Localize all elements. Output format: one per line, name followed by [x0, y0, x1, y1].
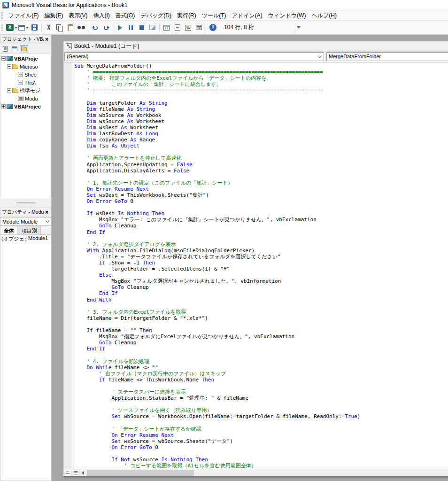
- undo-button[interactable]: [90, 22, 100, 33]
- toggle-folders-icon: [21, 47, 27, 51]
- copy-button[interactable]: [54, 22, 64, 33]
- help-button[interactable]: [208, 22, 218, 33]
- code-line: Set wbSource = Workbooks.Open(fileName:=…: [74, 413, 448, 419]
- tree-item-label: Shee: [24, 72, 37, 78]
- view-excel-button[interactable]: [6, 22, 17, 33]
- tab-categorized[interactable]: 項目別: [18, 226, 41, 234]
- tree-item-sheet1[interactable]: Shee: [0, 70, 51, 78]
- procedure-view-button[interactable]: [64, 470, 71, 476]
- reset-icon: [139, 25, 144, 30]
- code-line: If fileName <> ThisWorkbook.Name Then: [74, 377, 448, 383]
- design-mode-button[interactable]: [147, 22, 157, 33]
- tree-expander-icon[interactable]: [1, 104, 6, 109]
- code-line: On Error GoTo 0: [74, 444, 448, 450]
- property-value[interactable]: Module1: [27, 235, 51, 243]
- run-button[interactable]: [115, 22, 125, 33]
- properties-grid: (オブジェクModule1: [0, 235, 51, 481]
- horizontal-scrollbar[interactable]: [63, 469, 448, 476]
- tree-item-modules-folder[interactable]: 標準モジ: [0, 86, 51, 94]
- vba-app-icon: [2, 2, 9, 8]
- break-button[interactable]: [126, 22, 136, 33]
- tree-expander-icon[interactable]: [7, 88, 11, 93]
- paste-button[interactable]: [65, 22, 75, 33]
- tree-expander-icon[interactable]: [1, 56, 6, 61]
- project-explorer-icon: [163, 25, 170, 31]
- procedure-dropdown[interactable]: MergeDataFromFolder: [326, 52, 448, 61]
- paste-icon: [68, 24, 73, 31]
- code-editor[interactable]: Sub MergeDataFromFolder() ' ============…: [72, 62, 448, 469]
- procedure-view-icon: [66, 472, 70, 474]
- code-line: ' 「データ」シートが存在するか確認: [74, 426, 448, 432]
- object-dropdown-button[interactable]: [316, 53, 324, 61]
- code-window-titlebar[interactable]: Book1 - Module1 (コード): [63, 41, 448, 52]
- code-line: Application.StatusBar = "処理中: " & fileNa…: [74, 395, 448, 401]
- code-line: [74, 204, 448, 210]
- tab-alphabetic[interactable]: 全体: [0, 226, 18, 234]
- tree-item-vbaproject-1[interactable]: VBAProje: [0, 54, 51, 62]
- insert-userform-icon: [18, 25, 25, 31]
- left-dock: プロジェクト - VBA VBAProjeMicrosoSheeThis\標準モ…: [0, 35, 52, 481]
- title-bar: Microsoft Visual Basic for Applications …: [0, 0, 448, 10]
- menu-item-format[interactable]: 書式(O): [113, 10, 138, 20]
- tree-item-excel-objects-folder[interactable]: Microso: [0, 62, 51, 70]
- code-line: targetFolder = .SelectedItems(1) & "¥": [74, 266, 448, 272]
- scrollbar-thumb[interactable]: [87, 470, 194, 476]
- properties-object-selector[interactable]: Module Module: [0, 217, 51, 226]
- toolbar-overflow-button[interactable]: [295, 23, 301, 32]
- menu-item-window[interactable]: ウィンドウ(W): [265, 10, 309, 20]
- code-line: With Application.FileDialog(msoFileDialo…: [74, 248, 448, 254]
- insert-userform-button[interactable]: [18, 22, 29, 33]
- menu-item-file[interactable]: ファイル(F): [6, 10, 41, 20]
- code-line: ' 画面更新とアラートを停止して高速化: [74, 155, 448, 161]
- toolbox-button[interactable]: [194, 22, 204, 33]
- tree-item-label: This\: [24, 80, 36, 85]
- code-line: [74, 383, 448, 389]
- toggle-folders-button[interactable]: [20, 45, 28, 53]
- menu-item-addins[interactable]: アドイン(A): [229, 10, 265, 20]
- reset-button[interactable]: [137, 22, 147, 33]
- save-button[interactable]: [30, 22, 39, 33]
- object-dropdown[interactable]: (General): [64, 52, 324, 61]
- scroll-left-button[interactable]: [82, 471, 84, 475]
- find-button[interactable]: [76, 22, 86, 33]
- view-code-button[interactable]: [1, 45, 9, 53]
- folder-icon: [12, 65, 18, 69]
- code-line: GoTo Cleanup: [74, 284, 448, 290]
- project-explorer-button[interactable]: [162, 22, 171, 33]
- view-object-button[interactable]: [10, 45, 19, 53]
- menu-item-view[interactable]: 表示(V): [66, 10, 90, 20]
- menu-item-help[interactable]: ヘルプ(H): [309, 10, 340, 20]
- object-browser-button[interactable]: [183, 22, 193, 33]
- menu-item-tools[interactable]: ツール(T): [199, 10, 229, 20]
- code-line: ' コピーする範囲を取得（A1セルを含む使用範囲全体）: [74, 463, 448, 469]
- properties-panel: プロパティ - Modu Module Module 全体 項目別 (オブジェク…: [0, 208, 51, 481]
- tree-item-module1[interactable]: Modu: [0, 94, 51, 102]
- properties-window-button[interactable]: [172, 22, 182, 33]
- undo-icon: [93, 25, 98, 31]
- tree-item-vbaproject-2[interactable]: VBAProjec: [0, 102, 51, 110]
- redo-button[interactable]: [101, 22, 111, 33]
- code-line: [74, 303, 448, 309]
- tree-item-thisworkbook[interactable]: This\: [0, 78, 51, 86]
- full-module-view-button[interactable]: [72, 470, 79, 476]
- tree-item-label: VBAProjec: [14, 104, 41, 109]
- menu-item-edit[interactable]: 編集(E): [41, 10, 66, 20]
- cut-button[interactable]: [44, 22, 54, 33]
- properties-panel-close-button[interactable]: [44, 209, 49, 216]
- menu-item-debug[interactable]: デバッグ(D): [138, 10, 174, 20]
- menu-item-run[interactable]: 実行(R): [174, 10, 199, 20]
- property-row[interactable]: (オブジェクModule1: [0, 235, 51, 243]
- scrollbar-track[interactable]: [86, 469, 448, 476]
- tree-expander-icon[interactable]: [7, 64, 11, 69]
- toolbar-grip[interactable]: [1, 24, 4, 31]
- panel-splitter[interactable]: [0, 198, 51, 208]
- menu-item-insert[interactable]: 挿入(I): [91, 10, 113, 20]
- code-line: ' 自ファイル（マクロ実行中のファイル）はスキップ: [74, 371, 448, 377]
- menu-grip[interactable]: [1, 12, 4, 19]
- toolbar-separator: [113, 23, 113, 32]
- code-line: Dim wsDest As Worksheet: [74, 124, 448, 131]
- break-icon: [128, 25, 133, 31]
- code-window-title: Book1 - Module1 (コード): [74, 42, 139, 50]
- run-icon: [118, 25, 122, 31]
- project-panel-close-button[interactable]: [44, 36, 49, 43]
